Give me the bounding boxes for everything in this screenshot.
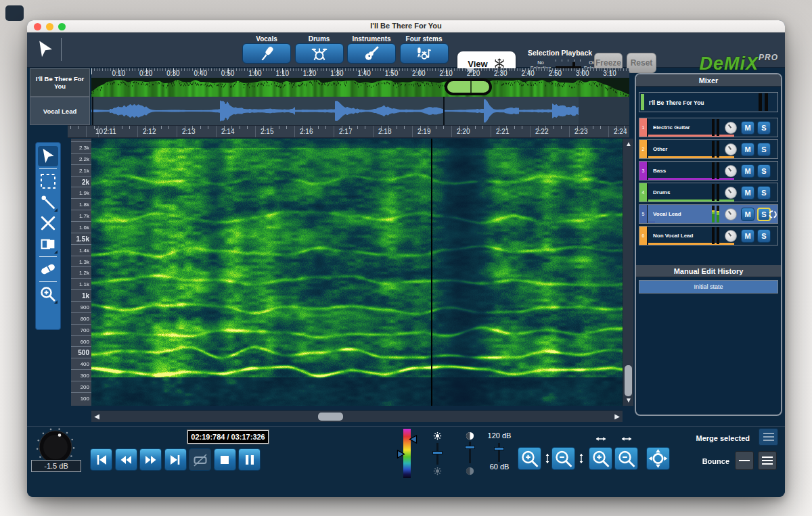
zoom-out-horizontal-button[interactable] xyxy=(614,447,638,470)
zoom-in-vertical-button[interactable] xyxy=(518,447,541,470)
freq-label: 2.1k xyxy=(71,164,91,176)
fast-forward-button[interactable] xyxy=(139,448,162,471)
track-label: Bass xyxy=(653,168,666,174)
bounce-menu-button[interactable] xyxy=(758,451,777,470)
selection-playback-ticks-top xyxy=(556,60,581,62)
overview-playhead-marker[interactable] xyxy=(466,68,474,73)
freq-label: 700 xyxy=(71,324,91,335)
solo-button[interactable]: S xyxy=(757,229,771,243)
delete-tool[interactable] xyxy=(38,213,58,233)
contrast-slider[interactable] xyxy=(469,442,471,463)
cursor-tool[interactable] xyxy=(38,146,58,166)
view-label: View xyxy=(468,59,487,69)
freq-label: 800 xyxy=(71,312,91,324)
pen-tool[interactable] xyxy=(38,192,58,212)
track-meter-left xyxy=(712,162,715,179)
mixer-track-row-vocal-lead[interactable]: 5Vocal LeadMS xyxy=(639,204,778,224)
eraser-tool[interactable] xyxy=(38,259,58,279)
dynamic-range-handle[interactable] xyxy=(494,447,504,450)
zoom-out-vertical-button[interactable] xyxy=(551,447,575,470)
history-item[interactable]: Initial state xyxy=(639,280,778,294)
overview-waveform[interactable] xyxy=(91,78,629,97)
mixer-master-row[interactable]: I'll Be There For You xyxy=(639,92,778,112)
scroll-down-arrow[interactable]: ▼ xyxy=(623,395,634,406)
mixer-track-row-bass[interactable]: 3BassMS xyxy=(639,161,778,181)
solo-button[interactable]: S xyxy=(757,121,771,135)
spectrogram-ruler-label: 2:12 xyxy=(143,128,156,135)
marquee-select-tool[interactable] xyxy=(38,171,58,191)
bounce-single-button[interactable] xyxy=(735,451,754,470)
freq-label: 1.4k xyxy=(71,244,91,256)
visible-range-selector[interactable] xyxy=(445,78,492,95)
zoom-in-horizontal-button[interactable] xyxy=(589,447,612,470)
skip-to-start-button[interactable] xyxy=(90,448,112,471)
mute-button[interactable]: M xyxy=(741,164,754,178)
colormap-lower-handle[interactable] xyxy=(396,449,406,459)
merge-selected-menu-button[interactable] xyxy=(759,428,778,446)
stop-icon xyxy=(217,452,233,468)
spectrogram-ruler-label: 2:15 xyxy=(261,128,273,135)
mute-button[interactable]: M xyxy=(741,208,754,221)
mute-button[interactable]: M xyxy=(741,121,754,135)
overview-time-ruler[interactable]: 0:100:200:300:400:501:001:101:201:301:40… xyxy=(91,68,629,78)
vocal-playhead-line xyxy=(443,97,445,125)
vertical-scroll-thumb[interactable] xyxy=(625,365,632,396)
master-meter-right xyxy=(765,93,768,111)
spectrogram-ruler-label: 2:16 xyxy=(300,128,313,135)
brightness-low-icon xyxy=(432,466,443,476)
separate-four-stems-button[interactable] xyxy=(400,43,449,64)
separate-instruments-button[interactable] xyxy=(347,43,396,64)
tool-divider xyxy=(39,281,57,282)
spinner-ring-icon xyxy=(768,210,777,219)
dynamic-range-slider[interactable] xyxy=(498,443,500,462)
mute-button[interactable]: M xyxy=(741,143,754,156)
vertical-scrollbar[interactable]: ▲ ▼ xyxy=(623,139,633,406)
track-pan-knob[interactable] xyxy=(725,208,737,220)
track-label: Non Vocal Lead xyxy=(653,233,693,239)
horizontal-scroll-thumb[interactable] xyxy=(318,413,343,421)
track-pan-knob[interactable] xyxy=(725,143,737,156)
mixer-track-row-drums[interactable]: 4DrumsMS xyxy=(639,183,778,202)
solo-button[interactable]: S xyxy=(757,143,771,156)
spectrogram-playhead[interactable] xyxy=(431,139,432,406)
mixer-track-row-electric-guitar[interactable]: 1Electric GuitarMS xyxy=(639,118,778,137)
track-pan-knob[interactable] xyxy=(725,122,737,134)
spectrogram-canvas[interactable] xyxy=(91,139,623,406)
skip-to-end-button[interactable] xyxy=(164,448,187,471)
contrast-handle[interactable] xyxy=(465,446,475,449)
mute-button[interactable]: M xyxy=(741,186,754,200)
mute-button[interactable]: M xyxy=(741,229,754,243)
rewind-icon xyxy=(118,452,134,468)
stem-label: Vocals xyxy=(242,35,291,43)
spectrogram-time-ruler[interactable]: 102:112:122:132:142:152:162:172:182:192:… xyxy=(68,125,629,138)
brightness-handle[interactable] xyxy=(432,451,443,454)
colormap-upper-handle[interactable] xyxy=(408,434,418,444)
stop-button[interactable] xyxy=(214,448,236,471)
track-pan-knob[interactable] xyxy=(725,187,737,199)
overview-ruler-label: 1:10 xyxy=(276,70,289,77)
track-pan-knob[interactable] xyxy=(725,165,737,177)
zoom-tool[interactable] xyxy=(38,284,58,304)
track-pan-knob[interactable] xyxy=(725,230,737,242)
pause-button[interactable] xyxy=(238,448,261,471)
mixer-track-row-non-vocal-lead[interactable]: 6Non Vocal LeadMS xyxy=(639,226,778,245)
solo-button[interactable]: S xyxy=(757,164,771,178)
rewind-button[interactable] xyxy=(115,448,137,471)
reset-button[interactable]: Reset xyxy=(627,53,656,73)
loop-button[interactable] xyxy=(189,448,211,471)
vocal-waveform[interactable] xyxy=(91,97,579,125)
separate-drums-button[interactable] xyxy=(295,43,344,64)
freq-label: 1.3k xyxy=(71,256,91,267)
solo-button[interactable]: S xyxy=(757,186,771,200)
scroll-up-arrow[interactable]: ▲ xyxy=(623,139,634,149)
separate-vocals-button[interactable] xyxy=(242,43,291,64)
clone-tool[interactable] xyxy=(38,234,58,254)
horizontal-scrollbar[interactable]: ◀ ▶ xyxy=(91,411,623,422)
scroll-right-arrow[interactable]: ▶ xyxy=(612,411,623,421)
vocal-track-area[interactable] xyxy=(91,97,629,125)
freq-label: 400 xyxy=(71,358,91,369)
track-meter-right xyxy=(717,141,719,158)
overview-track-area[interactable]: 0:100:200:300:400:501:001:101:201:301:40… xyxy=(91,68,629,97)
mixer-track-row-other[interactable]: 2OtherMS xyxy=(639,139,778,159)
scroll-left-arrow[interactable]: ◀ xyxy=(91,411,102,421)
